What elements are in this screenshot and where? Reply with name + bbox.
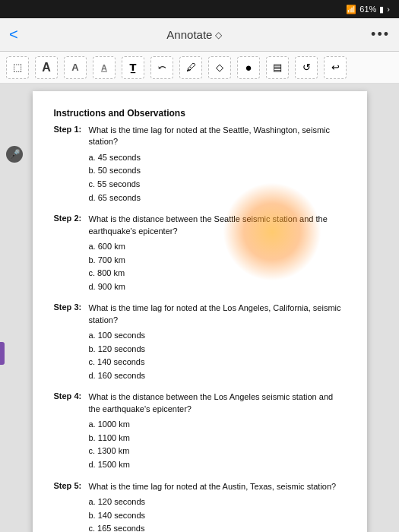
step-3-option-4[interactable]: d. 160 seconds [89, 369, 346, 383]
status-icons: 📶 61% ▮ › [346, 5, 390, 14]
step-3-option-1[interactable]: a. 100 seconds [89, 329, 346, 343]
text-small-icon: A [101, 63, 107, 72]
step-2-option-1[interactable]: a. 600 km [89, 240, 346, 254]
comment-button[interactable]: ▤ [266, 56, 289, 79]
step-1-option-2[interactable]: b. 50 seconds [89, 164, 346, 178]
step-5-block: Step 5:What is the time lag for noted at… [54, 481, 346, 532]
selection-tool-button[interactable]: ⬚ [6, 56, 29, 79]
eraser-icon: ↺ [302, 62, 311, 73]
step-3-block: Step 3:What is the time lag for noted at… [54, 302, 346, 382]
pen-icon: ⤺ [158, 62, 166, 73]
bookmark-tab[interactable] [0, 342, 5, 365]
toolbar-left: < [9, 26, 18, 43]
step-3-label: Step 3: [54, 302, 84, 326]
highlight-icon: T̲ [130, 62, 137, 73]
shape-button[interactable]: ◇ [208, 56, 231, 79]
step-5-option-3[interactable]: c. 165 seconds [89, 522, 346, 532]
highlight-button[interactable]: T̲ [122, 56, 144, 79]
document-area: 🎤 Instructions and Observations Step 1:W… [0, 84, 399, 532]
step-2-option-3[interactable]: c. 800 km [89, 267, 346, 280]
step-2-block: Step 2:What is the distance between the … [54, 214, 346, 293]
stamp-button[interactable]: 🖊 [179, 56, 202, 79]
step-3-option-2[interactable]: b. 120 seconds [89, 343, 346, 356]
toolbar-title-chevron[interactable]: ◇ [215, 30, 222, 40]
step-1-options: a. 45 secondsb. 50 secondsc. 55 secondsd… [89, 151, 346, 204]
step-3-option-3[interactable]: c. 140 seconds [89, 356, 346, 369]
step-4-line: Step 4:What is the distance between the … [54, 391, 346, 415]
circle-button[interactable]: ● [237, 56, 260, 79]
text-small-button[interactable]: A [93, 56, 116, 79]
document-page: Instructions and Observations Step 1:Wha… [33, 91, 367, 532]
circle-icon: ● [245, 61, 252, 74]
text-medium-button[interactable]: A [64, 56, 87, 79]
menu-dots-button[interactable]: ••• [371, 27, 390, 43]
battery-icon: ▮ [379, 5, 384, 14]
back-button[interactable]: < [9, 26, 18, 43]
step-4-options: a. 1000 kmb. 1100 kmc. 1300 kmd. 1500 km [89, 418, 346, 471]
toolbar-center: Annotate ◇ [166, 28, 222, 41]
step-1-label: Step 1: [54, 125, 84, 148]
step-1-option-1[interactable]: a. 45 seconds [89, 151, 346, 165]
step-5-option-1[interactable]: a. 120 seconds [89, 496, 346, 509]
toolbar-right: ••• [371, 27, 390, 43]
annotation-toolbar: ⬚ A A A T̲ ⤺ 🖊 ◇ ● ▤ ↺ ↩ [0, 52, 399, 84]
comment-icon: ▤ [273, 62, 282, 73]
selection-icon: ⬚ [13, 62, 22, 73]
step-4-option-4[interactable]: d. 1500 km [89, 458, 346, 472]
step-4-option-1[interactable]: a. 1000 km [89, 418, 346, 432]
undo-icon: ↩ [331, 62, 340, 73]
stamp-icon: 🖊 [186, 62, 196, 73]
step-3-line: Step 3:What is the time lag for noted at… [54, 302, 346, 326]
step-4-question: What is the distance between the Los Ang… [89, 391, 346, 415]
shape-icon: ◇ [216, 62, 223, 73]
step-2-question: What is the distance between the Seattle… [89, 214, 346, 237]
text-medium-icon: A [71, 62, 78, 73]
undo-button[interactable]: ↩ [324, 56, 347, 79]
step-2-line: Step 2:What is the distance between the … [54, 214, 346, 237]
step-5-question: What is the time lag for noted at the Au… [89, 481, 337, 492]
microphone-icon[interactable]: 🎤 [6, 146, 23, 163]
step-5-line: Step 5:What is the time lag for noted at… [54, 481, 346, 492]
section-title: Instructions and Observations [54, 108, 346, 119]
step-4-option-3[interactable]: c. 1300 km [89, 445, 346, 458]
step-1-block: Step 1:What is the time lag for noted at… [54, 125, 346, 204]
step-5-label: Step 5: [54, 481, 84, 492]
top-toolbar: < Annotate ◇ ••• [0, 18, 399, 52]
status-bar: 📶 61% ▮ › [0, 0, 399, 18]
step-5-option-2[interactable]: b. 140 seconds [89, 509, 346, 523]
step-4-option-2[interactable]: b. 1100 km [89, 432, 346, 445]
step-2-option-2[interactable]: b. 700 km [89, 254, 346, 268]
step-2-options: a. 600 kmb. 700 kmc. 800 kmd. 900 km [89, 240, 346, 293]
toolbar-title: Annotate [166, 28, 212, 41]
battery-text: 61% [359, 5, 376, 14]
steps-container: Step 1:What is the time lag for noted at… [54, 125, 346, 532]
step-1-option-3[interactable]: c. 55 seconds [89, 178, 346, 192]
chevron-right-icon: › [387, 5, 390, 14]
text-large-button[interactable]: A [35, 56, 58, 79]
pen-button[interactable]: ⤺ [150, 56, 173, 79]
text-large-icon: A [42, 61, 51, 74]
step-5-options: a. 120 secondsb. 140 secondsc. 165 secon… [89, 496, 346, 532]
step-3-question: What is the time lag for noted at the Lo… [89, 302, 346, 326]
step-4-label: Step 4: [54, 391, 84, 415]
eraser-button[interactable]: ↺ [295, 56, 318, 79]
step-2-option-4[interactable]: d. 900 km [89, 280, 346, 294]
step-1-line: Step 1:What is the time lag for noted at… [54, 125, 346, 148]
step-1-question: What is the time lag for noted at the Se… [89, 125, 346, 148]
step-1-option-4[interactable]: d. 65 seconds [89, 192, 346, 205]
wifi-icon: 📶 [346, 5, 356, 14]
step-4-block: Step 4:What is the distance between the … [54, 391, 346, 471]
step-3-options: a. 100 secondsb. 120 secondsc. 140 secon… [89, 329, 346, 382]
step-2-label: Step 2: [54, 214, 84, 237]
